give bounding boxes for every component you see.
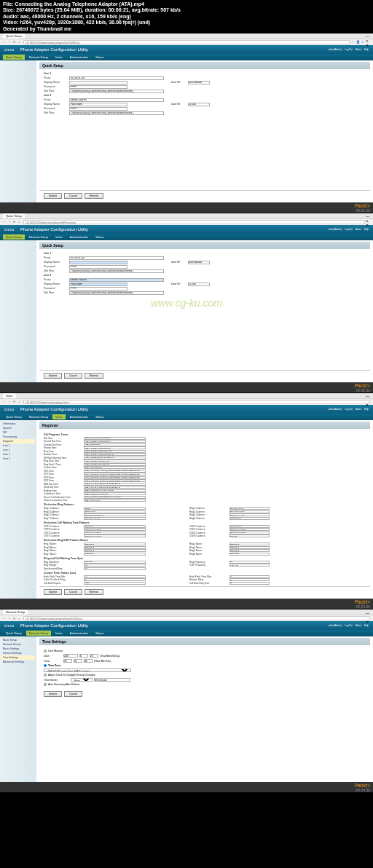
forward-icon[interactable]: → bbox=[8, 617, 12, 620]
tab-administration[interactable]: Administration bbox=[67, 631, 91, 636]
share-icon[interactable]: ⇪ bbox=[361, 40, 365, 44]
help-link[interactable]: Help bbox=[364, 48, 369, 51]
field-input[interactable] bbox=[84, 542, 146, 545]
home-icon[interactable]: ⌂ bbox=[18, 40, 22, 44]
display-input[interactable] bbox=[69, 81, 127, 84]
tab-administration[interactable]: Administration bbox=[67, 414, 91, 419]
field-input[interactable] bbox=[84, 510, 146, 513]
sec-input[interactable] bbox=[84, 659, 93, 663]
url-bar[interactable]: 192.168.10.235/admin/config.jsp?type=Voi… bbox=[23, 400, 370, 404]
field-input[interactable] bbox=[84, 466, 146, 469]
field-input[interactable] bbox=[229, 549, 270, 552]
tab-status[interactable]: Status bbox=[93, 414, 106, 419]
field-input[interactable] bbox=[229, 510, 270, 513]
tab-voice[interactable]: Voice bbox=[52, 414, 66, 419]
field-input[interactable] bbox=[84, 496, 146, 499]
browser-tab[interactable]: Quick Setup bbox=[3, 33, 25, 39]
field-input[interactable] bbox=[84, 507, 146, 510]
field-input[interactable] bbox=[84, 470, 146, 473]
menu-icon[interactable]: ⋯ bbox=[366, 40, 370, 44]
year-input[interactable] bbox=[63, 654, 78, 658]
user-icon[interactable]: 👤 bbox=[356, 40, 360, 44]
tab-status[interactable]: Status bbox=[93, 631, 106, 636]
field-input[interactable] bbox=[84, 489, 146, 492]
manual-radio[interactable] bbox=[44, 650, 47, 652]
sidebar-item[interactable]: User 2 bbox=[1, 457, 35, 461]
min-input[interactable] bbox=[74, 659, 82, 663]
dial-input[interactable] bbox=[69, 269, 164, 273]
field-input[interactable] bbox=[84, 486, 146, 489]
tab-quick-setup[interactable]: Quick Setup bbox=[3, 414, 25, 419]
dst-checkbox[interactable] bbox=[44, 674, 47, 676]
field-input[interactable] bbox=[84, 578, 146, 581]
reload-icon[interactable]: ⟳ bbox=[13, 220, 17, 224]
userid2-input[interactable] bbox=[188, 103, 210, 106]
field-input[interactable] bbox=[229, 575, 270, 578]
field-input[interactable] bbox=[229, 528, 270, 531]
logout-link[interactable]: Log Out bbox=[345, 48, 353, 51]
field-input[interactable] bbox=[84, 479, 146, 482]
server-mode-select[interactable]: Manual bbox=[71, 678, 93, 682]
home-icon[interactable]: ⌂ bbox=[18, 617, 22, 620]
userid-input[interactable] bbox=[188, 81, 210, 84]
dial2-input[interactable] bbox=[69, 111, 164, 115]
url-bar[interactable]: 192.168.10.235/admin/config.jsp?type=Net… bbox=[23, 616, 370, 620]
cancel-button[interactable]: Cancel bbox=[64, 691, 82, 697]
display2-input[interactable] bbox=[69, 283, 127, 286]
home-icon[interactable]: ⌂ bbox=[18, 220, 22, 224]
proxy2-input[interactable] bbox=[69, 98, 164, 102]
field-input[interactable] bbox=[229, 525, 270, 528]
tab-quick-setup[interactable]: Quick Setup bbox=[3, 234, 25, 240]
back-icon[interactable]: ← bbox=[3, 400, 7, 403]
field-input[interactable] bbox=[84, 492, 146, 495]
pass2-input[interactable] bbox=[69, 107, 127, 111]
tab-administration[interactable]: Administration bbox=[67, 55, 91, 60]
field-input[interactable] bbox=[84, 546, 146, 549]
cancel-button[interactable]: Cancel bbox=[64, 193, 82, 199]
proxy-input[interactable] bbox=[69, 256, 164, 260]
forward-icon[interactable]: → bbox=[8, 220, 12, 224]
field-input[interactable] bbox=[84, 446, 146, 449]
submit-button[interactable]: Submit bbox=[44, 691, 62, 697]
field-input[interactable] bbox=[84, 582, 146, 585]
month-input[interactable] bbox=[79, 654, 88, 658]
tab-status[interactable]: Status bbox=[93, 234, 106, 240]
home-icon[interactable]: ⌂ bbox=[18, 400, 22, 403]
field-input[interactable] bbox=[84, 453, 146, 456]
field-input[interactable] bbox=[229, 553, 270, 556]
field-input[interactable] bbox=[229, 507, 270, 510]
back-icon[interactable]: ← bbox=[3, 40, 7, 44]
tab-voice[interactable]: Voice bbox=[52, 631, 66, 636]
forward-icon[interactable]: → bbox=[8, 400, 12, 403]
cancel-button[interactable]: Cancel bbox=[64, 373, 82, 379]
field-input[interactable] bbox=[84, 561, 146, 564]
field-input[interactable] bbox=[84, 513, 146, 516]
field-input[interactable] bbox=[84, 499, 146, 502]
window-controls[interactable]: — □ ✕ bbox=[366, 214, 370, 217]
browser-tab[interactable]: Network Setup bbox=[3, 609, 28, 615]
field-input[interactable] bbox=[229, 542, 270, 545]
field-input[interactable] bbox=[229, 582, 270, 585]
tab-quick-setup[interactable]: Quick Setup bbox=[3, 631, 25, 636]
tab-quick-setup[interactable]: Quick Setup bbox=[3, 55, 25, 60]
field-input[interactable] bbox=[84, 476, 146, 479]
hour-input[interactable] bbox=[63, 659, 72, 663]
server-input[interactable] bbox=[94, 678, 130, 682]
display-input[interactable] bbox=[69, 261, 127, 264]
field-input[interactable] bbox=[84, 532, 146, 534]
field-input[interactable] bbox=[84, 443, 146, 446]
field-input[interactable] bbox=[229, 534, 270, 537]
dial-input[interactable] bbox=[69, 90, 164, 93]
field-input[interactable] bbox=[84, 483, 146, 486]
field-input[interactable] bbox=[229, 561, 270, 564]
field-input[interactable] bbox=[84, 549, 146, 552]
day-input[interactable] bbox=[90, 654, 98, 658]
field-input[interactable] bbox=[84, 517, 146, 520]
field-input[interactable] bbox=[84, 457, 146, 459]
field-input[interactable] bbox=[84, 525, 146, 528]
window-controls[interactable]: — □ ✕ bbox=[366, 34, 370, 37]
submit-button[interactable]: Submit bbox=[44, 589, 62, 595]
browser-tab[interactable]: Quick Setup bbox=[3, 213, 25, 218]
display2-input[interactable] bbox=[69, 103, 127, 106]
recovery-checkbox[interactable] bbox=[44, 683, 47, 686]
